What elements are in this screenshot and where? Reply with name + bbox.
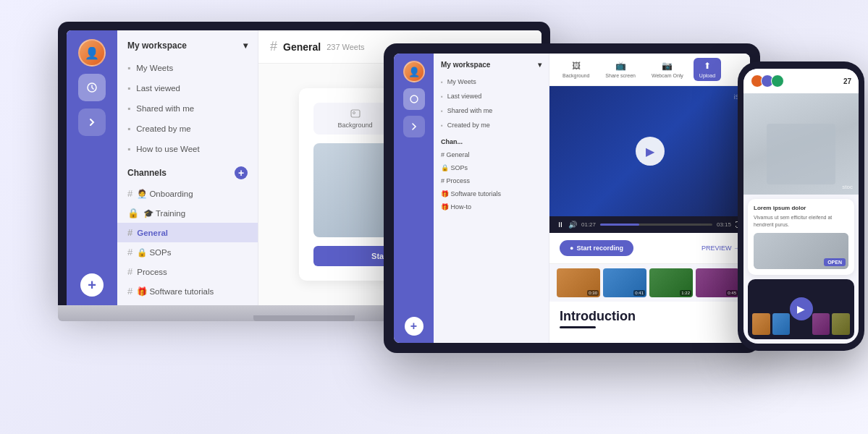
sops-icon: # xyxy=(127,247,132,258)
tablet-channel-process[interactable]: # Process xyxy=(434,174,549,187)
tablet-workspace-header: My workspace ▾ xyxy=(434,54,549,75)
laptop-nav-shared[interactable]: ▪ Shared with me xyxy=(117,98,258,119)
tablet-nav-created[interactable]: ▪ Created by me xyxy=(434,118,549,132)
laptop-workspace-header: My workspace ▾ xyxy=(117,30,258,58)
laptop-add-button[interactable]: + xyxy=(80,273,104,297)
tablet-nav-my-weets[interactable]: ▪ My Weets xyxy=(434,75,549,89)
tablet-background-control[interactable]: 🖼 Background xyxy=(557,58,595,81)
laptop-channel-sops[interactable]: # 🔒 SOPs xyxy=(117,242,258,262)
background-ctrl-icon: 🖼 xyxy=(572,61,581,71)
tablet-channel-software[interactable]: 🎁 Software tutorials xyxy=(434,187,549,200)
svg-point-3 xyxy=(410,95,418,103)
phone-thumb-4[interactable] xyxy=(812,313,830,335)
process-hash-icon: # xyxy=(127,266,132,277)
last-viewed-icon: ▪ xyxy=(127,83,130,93)
tablet-arrow-icon[interactable] xyxy=(403,116,425,137)
phone-header: 27 xyxy=(743,69,859,93)
phone-device: 27 stoc Lorem ipsum dolor Vivamus ut sem… xyxy=(738,61,864,351)
tablet-nav-panel: My workspace ▾ ▪ My Weets ▪ Last viewed … xyxy=(434,54,549,343)
svg-point-2 xyxy=(353,112,355,114)
laptop-avatar: 👤 xyxy=(78,39,106,67)
shared-icon: ▪ xyxy=(127,103,130,114)
tablet-video-section: iSt ▶ ⏸ 🔊 01:27 03:15 ⛶ xyxy=(549,86,750,233)
tablet-avatar: 👤 xyxy=(403,61,425,82)
tablet-preview-link[interactable]: PREVIEW → xyxy=(701,244,740,252)
tablet-record-button[interactable]: ● Start recording xyxy=(560,240,633,256)
tablet-upload-control[interactable]: ⬆ Upload xyxy=(694,58,721,81)
phone-thumb-1[interactable] xyxy=(752,313,770,335)
tab-my-weets-icon: ▪ xyxy=(441,79,443,85)
tablet-add-button[interactable]: + xyxy=(405,317,424,336)
volume-ctrl-icon[interactable]: 🔊 xyxy=(568,221,577,229)
tablet-chevron-icon: ▾ xyxy=(538,61,542,69)
upload-ctrl-icon: ⬆ xyxy=(704,61,711,71)
laptop-workspace-chevron[interactable]: ▾ xyxy=(243,41,248,51)
laptop-channel-general[interactable]: # General xyxy=(117,223,258,242)
laptop-home-icon[interactable] xyxy=(78,74,106,101)
tablet-progress-bar[interactable] xyxy=(600,224,712,226)
tablet-sidebar: 👤 + xyxy=(394,54,434,343)
phone-image-watermark: stoc xyxy=(842,184,853,190)
tablet-nav-shared[interactable]: ▪ Shared with me xyxy=(434,103,549,118)
tab-shared-icon: ▪ xyxy=(441,108,443,114)
thumbnail-4[interactable]: 0:45 xyxy=(696,268,739,297)
laptop-channels-header: Channels + xyxy=(117,159,258,184)
laptop-channel-onboarding[interactable]: # 🧑‍💼 Onboarding xyxy=(117,184,258,203)
tablet-video-player: iSt ▶ xyxy=(549,86,750,216)
laptop-workspace-label: My workspace xyxy=(127,41,187,51)
phone-card-text: Vivamus ut sem efficitur eleifend at hen… xyxy=(754,214,848,229)
laptop-channel-software-tutorials[interactable]: # 🎁 Software tutorials xyxy=(117,281,258,301)
tablet-sharescreen-control[interactable]: 📺 Share screen xyxy=(599,58,641,81)
tablet-title-section: Introduction xyxy=(549,302,750,336)
phone-video-section: ▶ xyxy=(748,279,854,339)
laptop-channel-process[interactable]: # Process xyxy=(117,262,258,281)
phone-thumb-5[interactable] xyxy=(832,313,850,335)
laptop-nav-created[interactable]: ▪ Created by me xyxy=(117,119,258,139)
phone-main-image: stoc xyxy=(743,93,859,195)
thumbnail-2[interactable]: 0:41 xyxy=(603,268,646,297)
tablet-webcam-control[interactable]: 📷 Webcam Only xyxy=(646,58,689,81)
tablet-controls-row: 🖼 Background 📺 Share screen 📷 Webcam Onl… xyxy=(549,54,750,86)
tablet-device: 👤 + My workspace ▾ xyxy=(384,43,760,353)
phone-count: 27 xyxy=(843,77,851,85)
laptop-nav-howto[interactable]: ▪ How to use Weet xyxy=(117,139,258,159)
phone-avatar-group xyxy=(751,75,784,88)
tablet-record-bar: ● Start recording PREVIEW → xyxy=(549,233,750,264)
thumbnail-3[interactable]: 1:22 xyxy=(649,268,693,297)
laptop-nav-panel: My workspace ▾ ▪ My Weets ▪ Last viewed … xyxy=(117,30,258,305)
header-hash-icon: # xyxy=(270,39,277,54)
tablet-channel-howto[interactable]: 🎁 How-to xyxy=(434,200,549,213)
phone-machine-graphic xyxy=(743,93,859,195)
laptop-arrow-icon[interactable] xyxy=(78,109,106,136)
phone-open-button[interactable]: OPEN xyxy=(824,258,846,266)
tablet-nav-last-viewed[interactable]: ▪ Last viewed xyxy=(434,89,549,103)
phone-thumb-3[interactable] xyxy=(792,313,810,335)
general-hash-icon: # xyxy=(127,227,132,238)
tablet-thumbnails-strip: 0:30 0:41 1:22 0:45 0:38 xyxy=(549,264,750,302)
tab-last-viewed-icon: ▪ xyxy=(441,93,443,100)
play-ctrl-icon[interactable]: ⏸ xyxy=(557,221,564,229)
phone-thumb-2[interactable] xyxy=(772,313,791,335)
record-circle-icon: ● xyxy=(570,244,573,252)
laptop-nav-last-viewed[interactable]: ▪ Last viewed xyxy=(117,78,258,98)
tablet-channels-header: Chan... xyxy=(434,132,549,148)
laptop-weet-count: 237 Weets xyxy=(326,43,364,51)
tablet-play-button[interactable]: ▶ xyxy=(636,137,665,166)
laptop-channel-training[interactable]: 🔒 🎓 Training xyxy=(117,203,258,223)
tablet-channel-sops[interactable]: 🔒 SOPs xyxy=(434,161,549,174)
laptop-sidebar: 👤 + xyxy=(67,30,117,305)
tablet-title-underline xyxy=(560,326,596,328)
tablet-home-icon[interactable] xyxy=(403,88,425,110)
tablet-video-title: Introduction xyxy=(560,309,740,324)
thumbnail-1[interactable]: 0:30 xyxy=(557,268,600,297)
sw-tutorials-hash-icon: # xyxy=(127,286,132,297)
add-channel-button[interactable]: + xyxy=(235,166,248,179)
webcam-ctrl-icon: 📷 xyxy=(662,61,673,71)
laptop-nav-my-weets[interactable]: ▪ My Weets xyxy=(117,58,258,78)
tab-created-icon: ▪ xyxy=(441,122,443,129)
tablet-channel-general[interactable]: # General xyxy=(434,148,549,161)
phone-card-title: Lorem ipsum dolor xyxy=(754,205,848,211)
time-current: 01:27 xyxy=(581,221,596,228)
tablet-video-thumbnail: iSt ▶ xyxy=(549,86,750,216)
sharescreen-ctrl-icon: 📺 xyxy=(615,61,626,71)
